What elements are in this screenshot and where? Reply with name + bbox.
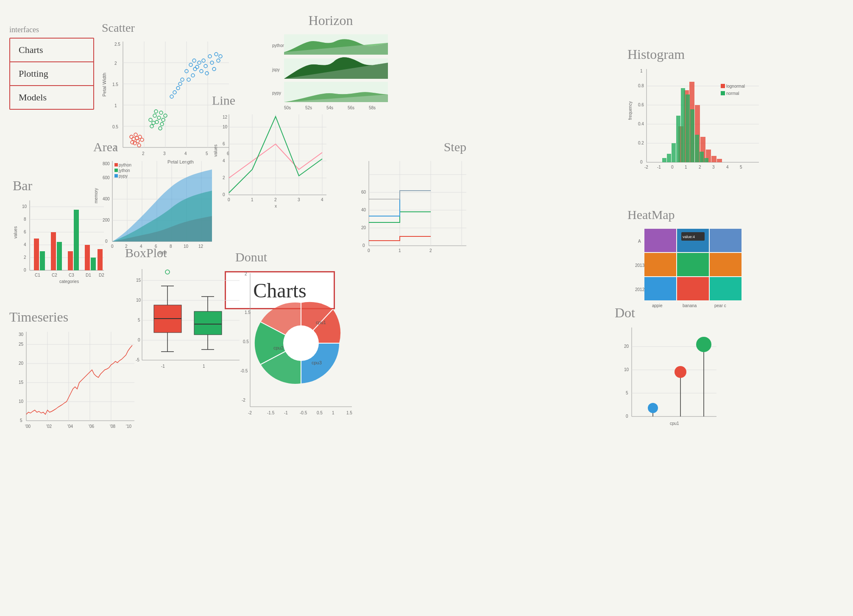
area-chart: Area 0 200 400 600 800 0 2 4 6 8 10 12 t… (93, 140, 216, 260)
svg-text:python: python (119, 163, 131, 167)
svg-text:0.5: 0.5 (317, 411, 323, 415)
svg-point-62 (219, 55, 222, 58)
svg-text:8: 8 (24, 217, 26, 222)
svg-text:2012: 2012 (635, 287, 645, 292)
svg-text:10: 10 (624, 367, 629, 372)
svg-rect-281 (677, 277, 709, 300)
svg-point-59 (205, 72, 209, 75)
svg-text:-1: -1 (161, 364, 165, 369)
svg-text:10: 10 (136, 298, 141, 302)
sidebar-item-models[interactable]: Models (10, 86, 93, 109)
timeseries-title: Timeseries (9, 309, 141, 325)
svg-point-52 (202, 59, 205, 62)
svg-text:-2: -2 (248, 411, 252, 415)
svg-text:C1: C1 (35, 273, 40, 277)
interfaces-label: interfaces (9, 25, 94, 34)
svg-rect-120 (721, 91, 725, 95)
svg-text:10: 10 (19, 399, 24, 404)
svg-point-50 (195, 65, 199, 69)
svg-text:2: 2 (429, 248, 432, 253)
svg-text:2: 2 (699, 165, 701, 169)
svg-text:lognormal: lognormal (726, 84, 745, 89)
area-svg: 0 200 400 600 800 0 2 4 6 8 10 12 time m… (93, 157, 216, 258)
svg-point-63 (173, 91, 176, 94)
svg-point-67 (181, 78, 184, 81)
sidebar-item-plotting[interactable]: Plotting (10, 62, 93, 86)
svg-text:4: 4 (321, 197, 323, 202)
line-chart: Line 0 2 4 6 10 12 0 1 2 3 4 x values (212, 93, 331, 214)
svg-text:0: 0 (640, 160, 643, 164)
svg-rect-279 (710, 253, 741, 276)
histogram-chart: Histogram 0 0.2 0.4 0.6 0.8 1 -2 -1 0 1 … (627, 47, 772, 185)
svg-rect-112 (681, 88, 685, 162)
histogram-title: Histogram (627, 47, 772, 62)
svg-text:jython: jython (118, 168, 130, 173)
svg-rect-108 (662, 158, 666, 162)
dot-title: Dot (615, 305, 725, 321)
svg-rect-213 (91, 258, 96, 270)
svg-text:-0.5: -0.5 (300, 411, 307, 415)
svg-rect-172 (114, 169, 118, 172)
dot-chart: Dot 0 5 10 20 cpu1 (615, 305, 725, 439)
svg-rect-170 (114, 163, 118, 166)
boxplot-title: BoxPlot (125, 246, 248, 260)
svg-text:C3: C3 (69, 273, 74, 277)
svg-text:5: 5 (626, 391, 628, 395)
svg-rect-206 (34, 239, 39, 270)
svg-text:2: 2 (223, 175, 225, 180)
svg-point-55 (192, 59, 196, 62)
svg-text:12: 12 (223, 115, 228, 119)
svg-point-38 (157, 116, 161, 119)
svg-text:20: 20 (361, 225, 366, 230)
svg-point-303 (696, 337, 711, 352)
svg-text:0.5: 0.5 (112, 125, 118, 129)
svg-rect-109 (667, 154, 671, 162)
svg-text:0.6: 0.6 (638, 103, 644, 107)
svg-point-65 (170, 95, 173, 98)
svg-text:30: 30 (19, 332, 24, 337)
svg-point-42 (154, 110, 158, 113)
svg-rect-111 (676, 116, 680, 162)
svg-text:-1: -1 (284, 411, 288, 415)
svg-point-49 (191, 74, 195, 77)
svg-text:2: 2 (24, 255, 26, 260)
svg-text:-2: -2 (644, 165, 648, 169)
svg-point-34 (153, 114, 156, 117)
line-title: Line (212, 93, 331, 108)
svg-text:'04: '04 (67, 424, 73, 429)
svg-text:values: values (13, 226, 18, 239)
svg-rect-106 (711, 156, 716, 162)
svg-text:2: 2 (245, 272, 247, 276)
svg-text:-1.5: -1.5 (267, 411, 275, 415)
timeseries-svg: 5 10 15 20 25 30 '00 '02 '04 '06 '08 '10 (9, 327, 141, 446)
svg-text:56s: 56s (348, 105, 354, 110)
svg-point-58 (215, 53, 218, 56)
svg-rect-174 (114, 174, 118, 178)
svg-point-54 (187, 78, 190, 81)
svg-text:'08: '08 (110, 424, 115, 429)
svg-text:jspy: jspy (272, 67, 280, 72)
svg-text:4: 4 (726, 165, 729, 169)
svg-point-56 (208, 55, 212, 58)
svg-text:1: 1 (640, 69, 643, 73)
svg-text:4: 4 (24, 242, 26, 247)
svg-text:0: 0 (671, 165, 674, 169)
svg-text:normal: normal (726, 91, 739, 96)
svg-text:0: 0 (24, 268, 26, 272)
svg-text:x: x (275, 204, 277, 208)
svg-text:cpu1: cpu1 (670, 421, 679, 426)
svg-rect-208 (51, 232, 56, 270)
bar-svg: 0 2 4 6 8 10 values C1 C2 C3 D1 D2 categ… (13, 196, 110, 289)
svg-text:58s: 58s (369, 105, 376, 110)
sidebar-item-charts[interactable]: Charts (10, 39, 93, 62)
svg-text:0: 0 (223, 192, 225, 197)
svg-text:60: 60 (361, 190, 366, 194)
svg-text:2.5: 2.5 (114, 42, 120, 47)
line-svg: 0 2 4 6 10 12 0 1 2 3 4 x values (212, 110, 331, 212)
donut-chart: Donut -2 -0.5 0.5 1.5 2 -2 -1.5 -1 -0.5 … (235, 250, 367, 430)
svg-rect-210 (68, 251, 73, 270)
donut-title: Donut (235, 250, 367, 264)
svg-text:Petal Width: Petal Width (102, 73, 107, 97)
svg-rect-114 (690, 109, 694, 162)
step-svg: 0 20 40 60 0 1 2 (352, 157, 471, 263)
